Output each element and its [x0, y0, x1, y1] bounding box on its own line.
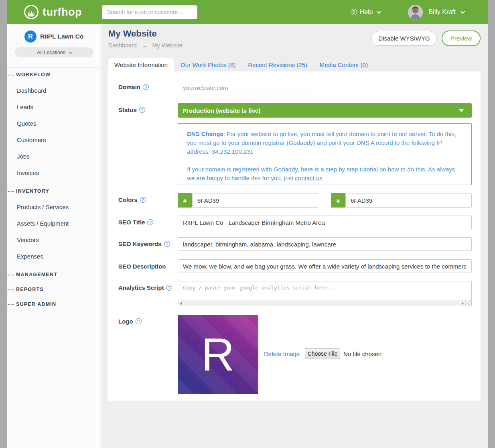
user-avatar[interactable]: [408, 5, 423, 20]
logo-letter: R: [178, 315, 258, 394]
page-scrollbar[interactable]: [488, 0, 495, 448]
color-2-input[interactable]: [345, 193, 472, 208]
contact-us-link[interactable]: contact us: [295, 175, 322, 181]
colors-label: Colors?: [118, 196, 146, 203]
sidebar-item-leads[interactable]: Leads: [17, 104, 101, 110]
question-icon[interactable]: ?: [136, 318, 142, 324]
tab-recent-revisions[interactable]: Recent Revisions (25): [248, 61, 307, 68]
chevron-down-icon: [69, 50, 72, 53]
status-label: Status?: [118, 106, 145, 113]
question-icon[interactable]: ?: [147, 219, 153, 225]
search-input[interactable]: [102, 5, 197, 19]
brand-logo[interactable]: turfhop: [24, 5, 82, 19]
color-hash-prefix: #: [178, 193, 192, 208]
question-icon[interactable]: ?: [139, 107, 145, 113]
scroll-right-icon[interactable]: [462, 302, 464, 305]
sidebar-section-reports[interactable]: REPORTS: [16, 287, 101, 292]
user-name[interactable]: Billy Kraft: [428, 8, 456, 16]
seo-title-input[interactable]: [178, 216, 472, 229]
dns-change-notice: DNS Change: For your website to go live,…: [178, 123, 472, 185]
disable-wysiwyg-button[interactable]: Disable WYSIWYG: [371, 31, 437, 46]
sidebar-item-invoices[interactable]: Invoices: [17, 169, 101, 176]
sidebar-item-products-services[interactable]: Products / Services: [17, 204, 101, 210]
seo-description-label: SEO Description: [118, 263, 166, 270]
website-information-panel: Domain? Status? Production (website is l…: [108, 71, 481, 401]
analytics-placeholder: Copy / paste your google analytics scrip…: [183, 285, 337, 291]
seo-keywords-label: SEO Keywords?: [118, 240, 170, 247]
company-logo-icon: R: [24, 31, 37, 43]
tab-media-content[interactable]: Media Content (0): [320, 61, 368, 68]
seo-keywords-input[interactable]: [178, 237, 472, 251]
logo-no-file-chosen: No file chosen: [343, 350, 381, 357]
section-dashes-icon: [8, 75, 14, 75]
sidebar-section-super-admin[interactable]: SUPER ADMIN: [16, 301, 101, 307]
sidebar-item-customers[interactable]: Customers: [17, 136, 101, 143]
section-dashes-icon: [8, 191, 14, 192]
top-header: turfhop ? Help Billy Kraft: [7, 0, 488, 24]
sidebar-section-workflow[interactable]: WORKFLOW: [16, 72, 101, 77]
logo-delete-image-link[interactable]: Delete Image: [264, 350, 300, 357]
sidebar-item-dashboard[interactable]: Dashboard: [17, 87, 101, 94]
sidebar: R RIIPL Lawn Co All Locations WORKFLOW D…: [7, 24, 101, 448]
status-value: Production (website is live): [183, 107, 260, 114]
color-hash-prefix: #: [331, 193, 345, 208]
locations-dropdown[interactable]: All Locations: [15, 47, 93, 57]
seo-title-label: SEO Title?: [118, 219, 153, 226]
question-icon[interactable]: ?: [166, 285, 172, 291]
section-dashes-icon: [8, 275, 14, 275]
section-dashes-icon: [8, 304, 14, 305]
tutorial-link[interactable]: here: [301, 166, 313, 173]
dns-notice-title: DNS Change: [187, 130, 223, 137]
company-name: RIIPL Lawn Co: [40, 33, 83, 40]
sidebar-item-expenses[interactable]: Expenses: [17, 253, 101, 260]
help-menu[interactable]: ? Help: [351, 8, 380, 16]
scroll-left-icon[interactable]: [180, 302, 182, 305]
main-content: My Website Dashboard → My Website Disabl…: [101, 24, 488, 448]
resize-grip[interactable]: [465, 300, 471, 306]
question-icon[interactable]: ?: [140, 197, 146, 203]
locations-label: All Locations: [37, 50, 65, 55]
section-dashes-icon: [8, 289, 14, 290]
sidebar-divider: [7, 67, 101, 67]
page-title: My Website: [108, 29, 157, 39]
sidebar-section-inventory[interactable]: INVENTORY: [16, 188, 101, 194]
analytics-script-textarea[interactable]: Copy / paste your google analytics scrip…: [178, 281, 472, 306]
help-icon: ?: [351, 9, 357, 15]
logo-preview-image: R: [178, 315, 258, 394]
chevron-down-icon: [461, 9, 465, 14]
domain-label: Domain?: [118, 83, 149, 90]
question-icon[interactable]: ?: [164, 241, 170, 247]
caret-down-icon: [459, 109, 464, 112]
company-header: R RIIPL Lawn Co: [7, 31, 101, 43]
question-icon[interactable]: ?: [143, 84, 149, 90]
tab-website-information[interactable]: Website Information: [108, 58, 174, 71]
status-select[interactable]: Production (website is live): [178, 103, 472, 118]
sidebar-section-management[interactable]: MANAGEMENT: [16, 272, 101, 277]
breadcrumb-dashboard[interactable]: Dashboard: [108, 42, 137, 49]
color-1-input[interactable]: [192, 193, 318, 208]
seo-description-input[interactable]: [178, 259, 472, 273]
help-label: Help: [360, 8, 373, 16]
left-scrollbar[interactable]: [0, 0, 7, 448]
preview-button[interactable]: Preview: [442, 31, 481, 46]
grass-icon: [24, 5, 39, 19]
sidebar-item-jobs[interactable]: Jobs: [17, 153, 101, 160]
domain-input[interactable]: [178, 81, 318, 94]
breadcrumb-arrow-icon: →: [142, 42, 148, 49]
sidebar-item-quotes[interactable]: Quotes: [17, 120, 101, 127]
tab-bar: Website Information Our Work Photos (8) …: [108, 58, 368, 71]
chevron-down-icon: [377, 9, 381, 14]
brand-name: turfhop: [43, 6, 82, 18]
sidebar-item-assets-equipment[interactable]: Assets / Equipment: [17, 220, 101, 227]
horizontal-scrollbar[interactable]: [178, 300, 466, 306]
logo-choose-file-button[interactable]: Choose File: [305, 348, 340, 359]
tab-our-work-photos[interactable]: Our Work Photos (8): [181, 61, 235, 68]
breadcrumb-my-website: My Website: [152, 42, 183, 49]
analytics-script-label: Analytics Script?: [118, 284, 172, 291]
logo-label: Logo?: [118, 318, 142, 325]
sidebar-item-vendors[interactable]: Vendors: [17, 236, 101, 243]
breadcrumb: Dashboard → My Website: [108, 42, 183, 49]
app-window: turfhop ? Help Billy Kraft R RIIPL Lawn …: [0, 0, 495, 448]
